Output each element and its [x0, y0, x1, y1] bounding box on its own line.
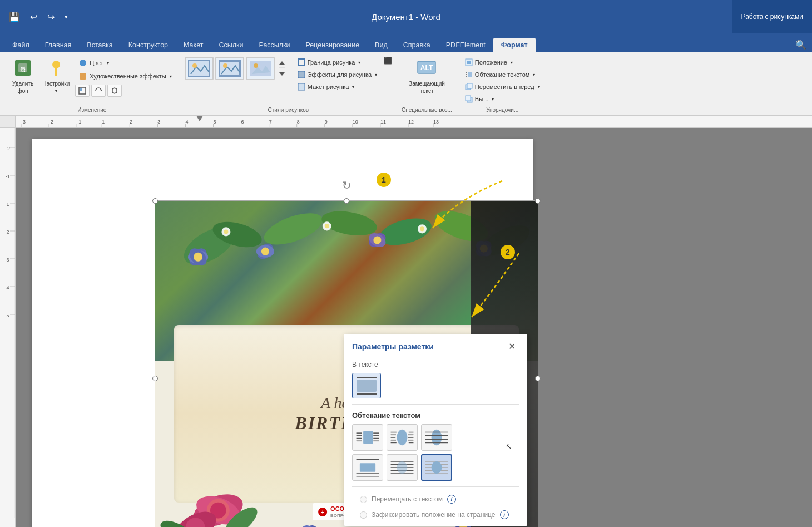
- svg-text:5: 5: [6, 313, 9, 318]
- svg-text:11: 11: [380, 119, 386, 125]
- pic-style-1-button[interactable]: [185, 57, 214, 80]
- svg-text:7: 7: [269, 119, 272, 125]
- picture-effects-button[interactable]: Эффекты для рисунка ▾: [294, 69, 380, 80]
- move-with-text-info[interactable]: i: [447, 495, 456, 504]
- tab-references[interactable]: Ссылки: [211, 38, 251, 52]
- ribbon-tabs: Файл Главная Вставка Конструктор Макет С…: [0, 33, 812, 52]
- artistic-effects-button[interactable]: Художественные эффекты ▾: [75, 70, 175, 82]
- fix-on-page-label: Зафиксировать положение на странице: [372, 511, 496, 519]
- watermark-plus: +: [318, 508, 327, 516]
- tab-view[interactable]: Вид: [367, 38, 395, 52]
- fix-on-page-info[interactable]: i: [500, 510, 509, 519]
- wrap-through-icon: [424, 427, 449, 448]
- artistic-label: Художественные эффекты: [90, 73, 166, 80]
- picture-border-button[interactable]: Граница рисунка ▾: [294, 57, 380, 68]
- inline-text-button[interactable]: [352, 373, 381, 398]
- svg-point-160: [397, 461, 408, 474]
- wrap-tight-icon: [390, 427, 414, 448]
- redo-icon[interactable]: ↪: [44, 9, 58, 24]
- svg-rect-21: [299, 72, 304, 77]
- reset-picture-icon: [111, 87, 118, 95]
- inline-icons-row: [344, 371, 527, 404]
- handle-mr[interactable]: [535, 376, 541, 381]
- mouse-cursor: ↖: [506, 442, 512, 451]
- tab-pdfelement[interactable]: PDFElement: [438, 38, 493, 52]
- bring-back-button[interactable]: Вы... ▾: [462, 93, 543, 105]
- handle-tr[interactable]: [535, 198, 541, 204]
- position-button[interactable]: Положение ▾: [462, 57, 543, 68]
- ruler-corner: [0, 116, 16, 127]
- wrap-front-icon: [424, 457, 449, 478]
- svg-point-166: [432, 461, 442, 474]
- customize-icon[interactable]: ▾: [61, 11, 71, 23]
- svg-point-135: [397, 430, 408, 445]
- svg-text:-1: -1: [77, 119, 81, 125]
- pic-style-2-button[interactable]: [215, 57, 244, 80]
- pic-style-3-button[interactable]: [246, 57, 275, 80]
- left-indent-marker[interactable]: [196, 116, 203, 121]
- reset-picture-button[interactable]: [107, 85, 122, 97]
- settings-button[interactable]: Настройки ▾: [39, 57, 73, 96]
- settings-dropdown: ▾: [55, 88, 57, 94]
- position-icon: [465, 58, 473, 66]
- tab-home[interactable]: Главная: [37, 38, 80, 52]
- styles-expand-icon[interactable]: ⬛: [384, 57, 392, 65]
- rotation-handle[interactable]: ↻: [342, 179, 351, 192]
- context-tools-label: Работа с рисунками: [732, 0, 812, 33]
- quick-access-toolbar: 💾 ↩ ↪ ▾: [0, 9, 71, 24]
- ruler-scale: -3 -2 -1 1 2 3 4 5 6 7 8 9 10 1: [16, 116, 812, 127]
- tab-help[interactable]: Справка: [395, 38, 438, 52]
- fix-on-page-radio[interactable]: [360, 511, 367, 519]
- wrap-topbottom-button[interactable]: [352, 454, 383, 481]
- picture-layout-button[interactable]: Макет рисунка ▾: [294, 81, 380, 92]
- color-button[interactable]: Цвет ▾: [75, 57, 175, 69]
- title-bar: 💾 ↩ ↪ ▾ Документ1 - Word Работа с рисунк…: [0, 0, 812, 33]
- handle-tl[interactable]: [152, 198, 158, 204]
- svg-point-94: [194, 253, 202, 262]
- svg-text:-2: -2: [6, 146, 10, 151]
- fix-on-page-row: Зафиксировать положение на странице i: [352, 508, 519, 521]
- move-with-text-radio[interactable]: [360, 496, 367, 503]
- color-label: Цвет: [90, 60, 103, 66]
- ribbon-group-special: ALT Замещающийтекст Специальные воз...: [397, 55, 457, 115]
- tab-mailings[interactable]: Рассылки: [251, 38, 298, 52]
- tab-file[interactable]: Файл: [4, 38, 37, 52]
- save-icon[interactable]: 💾: [6, 9, 23, 24]
- badge-2: 2: [501, 245, 515, 259]
- undo-icon[interactable]: ↩: [27, 9, 41, 24]
- pic-style-1-icon: [188, 60, 210, 77]
- tab-review[interactable]: Рецензирование: [298, 38, 368, 52]
- tab-design[interactable]: Конструктор: [121, 38, 176, 52]
- wrap-behind-button[interactable]: [387, 454, 418, 481]
- svg-rect-6: [80, 73, 86, 80]
- change-picture-icon: [95, 87, 102, 95]
- wrap-front-button[interactable]: [421, 454, 452, 481]
- text-wrap-button[interactable]: Обтекание текстом ▾: [462, 69, 543, 80]
- tab-format[interactable]: Формат: [493, 38, 536, 52]
- panel-title: Параметры разметки: [352, 342, 434, 351]
- pic-styles-dropdown[interactable]: [276, 60, 288, 77]
- move-forward-icon: [465, 83, 473, 91]
- change-group-label: Изменение: [77, 105, 106, 113]
- svg-text:3: 3: [6, 257, 9, 263]
- bring-back-icon: [465, 95, 473, 103]
- change-picture-button[interactable]: [91, 85, 106, 97]
- wrap-section-label: Обтекание текстом: [344, 408, 527, 422]
- wrap-tight-button[interactable]: [387, 424, 418, 451]
- handle-tm[interactable]: [344, 198, 349, 204]
- document-page: ↻: [32, 139, 533, 527]
- remove-bg-button[interactable]: 🖼 Удалитьфон: [9, 57, 37, 97]
- move-forward-button[interactable]: Переместить вперед ▾: [462, 81, 543, 92]
- text-wrap-icon: [465, 71, 473, 78]
- compress-button[interactable]: [75, 85, 90, 97]
- tab-layout[interactable]: Макет: [176, 38, 211, 52]
- styles-group-label: Стили рисунков: [268, 105, 309, 113]
- svg-rect-8: [80, 88, 82, 91]
- wrap-square-button[interactable]: [352, 424, 383, 451]
- handle-ml[interactable]: [152, 376, 158, 381]
- alt-text-button[interactable]: ALT Замещающийтекст: [407, 57, 446, 97]
- search-icon[interactable]: 🔍: [790, 37, 812, 52]
- tab-insert[interactable]: Вставка: [79, 38, 120, 52]
- wrap-through-button[interactable]: [421, 424, 452, 451]
- panel-close-button[interactable]: ✕: [505, 340, 519, 353]
